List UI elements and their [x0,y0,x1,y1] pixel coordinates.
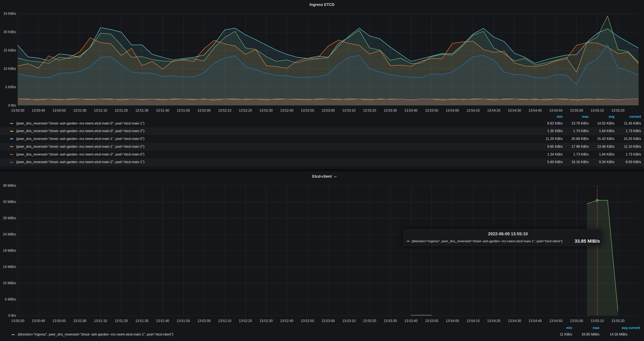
legend-row: {direction="ingress", peer_dns_reversed=… [0,331,644,339]
legend-max-value: 17.98 KiB/s [571,143,589,151]
legend-avg-value: 1.64 KiB/s [599,127,614,135]
series-color-dash[interactable] [10,162,13,163]
legend-max-value: 1.73 KiB/s [573,151,589,158]
legend-avg-value: 15.42 KiB/s [597,135,614,143]
legend-series-label[interactable]: {peer_dns_reversed="shoot--ash-garden--m… [16,158,144,166]
legend-min-value: 1.35 KiB/s [547,127,563,135]
series-color-dash[interactable] [10,123,13,124]
legend-row: {peer_dns_reversed="shoot--ash-garden--m… [0,143,644,151]
series-color-dash[interactable] [10,131,13,132]
legend-max-value: 1.74 KiB/s [573,127,589,135]
panel-title-etcd-client[interactable]: Etcd-client [0,174,644,179]
legend-max-value: 20.69 KiB/s [571,135,589,143]
legend-min-value: 9.65 KiB/s [547,143,563,151]
legend-current-value: 1.73 KiB/s [626,127,641,135]
legend-row: {peer_dns_reversed="shoot--ash-garden--m… [0,135,644,143]
legend-series-label[interactable]: {peer_dns_reversed="shoot--ash-garden--m… [16,127,144,135]
legend-header-avg[interactable]: avg [622,325,628,331]
legend-header-max[interactable]: max [593,325,600,331]
tooltip-series-row: {direction="ingress", peer_dns_reversed=… [404,238,602,244]
tooltip-series-color-dash [407,241,410,242]
legend-series-label[interactable]: {peer_dns_reversed="shoot--ash-garden--m… [16,151,144,158]
legend-avg-value: 14.56 MiB/s [610,331,628,339]
legend-series-label[interactable]: {peer_dns_reversed="shoot--ash-garden--m… [16,135,144,143]
legend-min-value: 5.60 KiB/s [547,158,563,166]
legend-row: {peer_dns_reversed="shoot--ash-garden--m… [0,120,644,127]
legend-current-value: 15.25 KiB/s [624,135,641,143]
series-color-dash[interactable] [12,334,15,335]
series-color-dash[interactable] [10,146,13,147]
legend-min-value: 11 KiB/s [560,331,572,339]
legend-row: {peer_dns_reversed="shoot--ash-garden--m… [0,158,644,166]
legend-max-value: 16.16 KiB/s [571,158,589,166]
legend-max-value: 23.79 KiB/s [571,120,589,127]
legend-header-min[interactable]: min [557,114,563,119]
legend-avg-value: 14.02 KiB/s [597,120,614,127]
panel-title-ingress-etcd[interactable]: Ingress ETCD [0,2,644,7]
legend-avg-value: 9.34 KiB/s [599,158,614,166]
legend-header-min[interactable]: min [566,325,572,331]
series-color-dash[interactable] [10,138,13,139]
legend-avg-value: 1.64 KiB/s [599,151,614,158]
panel-title-text: Ingress ETCD [310,2,334,7]
legend-header-avg[interactable]: avg [608,114,614,119]
legend-min-value: 11.20 KiB/s [546,135,563,143]
legend-current-value: 8.00 KiB/s [626,158,641,166]
chevron-down-icon [334,176,337,178]
legend-header-row: minmaxavgcurrent [0,325,644,331]
legend-header-current[interactable]: current [630,114,641,119]
tooltip-series-value: 33.85 MiB/s [574,238,600,244]
legend-row: {peer_dns_reversed="shoot--ash-garden--m… [0,151,644,158]
series-color-dash[interactable] [10,154,13,155]
tooltip-series-label: {direction="ingress", peer_dns_reversed=… [412,238,563,244]
legend-series-label[interactable]: {peer_dns_reversed="shoot--ash-garden--m… [16,120,144,127]
legend-header-current[interactable]: current [628,325,640,331]
legend-current-value: 11.45 KiB/s [624,120,641,127]
legend-min-value: 8.82 KiB/s [547,120,563,127]
legend-series-label[interactable]: {peer_dns_reversed="shoot--ash-garden--m… [16,143,144,151]
panel-etcd-client: Etcd-client minmaxavgcurrent{direction="… [0,171,644,341]
legend-header-max[interactable]: max [582,114,589,119]
panel-title-text: Etcd-client [312,174,332,179]
legend-row: {peer_dns_reversed="shoot--ash-garden--m… [0,127,644,135]
legend-series-label[interactable]: {direction="ingress", peer_dns_reversed=… [18,331,173,339]
panel-ingress-etcd: Ingress ETCD minmaxavgcurrent{peer_dns_r… [0,0,644,169]
legend-avg-value: 13.46 KiB/s [597,143,614,151]
legend-min-value: 1.34 KiB/s [547,151,563,158]
legend-current-value: 11.10 KiB/s [624,143,641,151]
tooltip-timestamp: 2022-06-09 13:55:10 [409,231,607,237]
graph-tooltip: 2022-06-09 13:55:10 {direction="ingress"… [404,229,602,246]
legend-current-value: 1.73 KiB/s [626,151,641,158]
legend-max-value: 33.85 MiB/s [582,331,600,339]
legend-header-row: minmaxavgcurrent [0,114,644,119]
